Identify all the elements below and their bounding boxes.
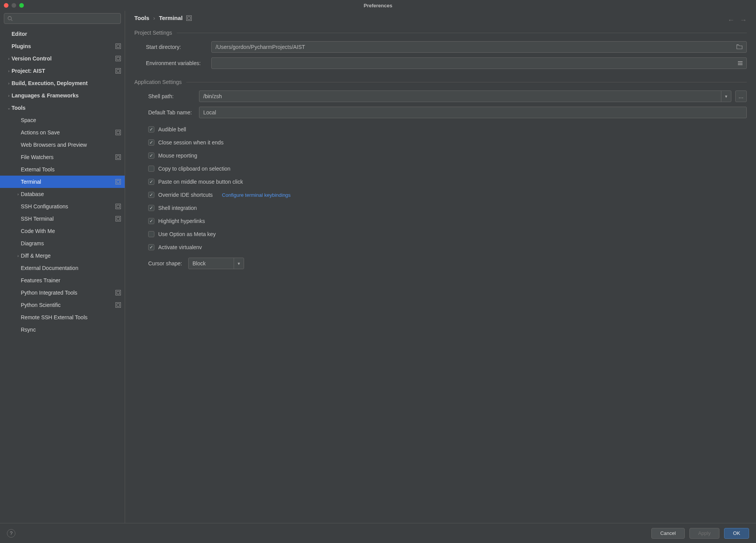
sidebar-item-label: SSH Terminal xyxy=(21,216,113,222)
sidebar-item-version-control[interactable]: ›Version Control xyxy=(0,52,125,65)
chevron-right-icon: › xyxy=(153,15,155,21)
settings-tree[interactable]: EditorPlugins›Version Control›Project: A… xyxy=(0,26,125,523)
sidebar-item-label: Languages & Frameworks xyxy=(12,92,121,99)
sidebar-item-actions-on-save[interactable]: Actions on Save xyxy=(0,126,125,139)
sidebar-item-label: Editor xyxy=(12,31,121,37)
sidebar-item-project-aist[interactable]: ›Project: AIST xyxy=(0,65,125,77)
sidebar-item-tools[interactable]: ⌄Tools xyxy=(0,102,125,114)
checkbox-label: Shell integration xyxy=(158,205,197,211)
cursor-shape-select[interactable]: Block ▼ xyxy=(188,258,244,269)
sidebar-item-rsync[interactable]: Rsync xyxy=(0,323,125,336)
sidebar-item-code-with-me[interactable]: Code With Me xyxy=(0,225,125,237)
sidebar-item-label: Plugins xyxy=(12,43,113,49)
sidebar-item-label: Terminal xyxy=(21,179,113,185)
sidebar-item-ssh-configurations[interactable]: SSH Configurations xyxy=(0,200,125,213)
search-icon xyxy=(7,16,13,21)
checkbox[interactable] xyxy=(148,192,154,198)
ok-button[interactable]: OK xyxy=(724,528,749,539)
chevron-icon: › xyxy=(6,94,12,98)
sidebar-item-label: Web Browsers and Preview xyxy=(21,142,121,148)
env-vars-label: Environment variables: xyxy=(134,60,211,66)
sidebar-item-label: SSH Configurations xyxy=(21,203,113,209)
breadcrumb-parent: Tools xyxy=(134,15,149,21)
checkbox[interactable] xyxy=(148,139,154,146)
option-mouse-reporting: Mouse reporting xyxy=(134,149,747,162)
project-scope-icon xyxy=(115,179,121,184)
chevron-icon: › xyxy=(15,254,21,258)
option-paste-on-middle-mouse-button-click: Paste on middle mouse button click xyxy=(134,175,747,188)
forward-button[interactable]: → xyxy=(740,16,747,24)
sidebar-item-label: Diagrams xyxy=(21,240,121,246)
start-directory-label: Start directory: xyxy=(134,44,211,50)
sidebar-item-plugins[interactable]: Plugins xyxy=(0,40,125,52)
sidebar-item-editor[interactable]: Editor xyxy=(0,28,125,40)
divider xyxy=(186,82,747,82)
project-scope-icon xyxy=(115,154,121,160)
checkbox-label: Activate virtualenv xyxy=(158,244,202,250)
sidebar-item-label: Features Trainer xyxy=(21,277,121,283)
option-use-option-as-meta-key: Use Option as Meta key xyxy=(134,228,747,241)
sidebar-item-remote-ssh-external-tools[interactable]: Remote SSH External Tools xyxy=(0,311,125,323)
env-vars-input[interactable] xyxy=(211,57,747,69)
sidebar-item-label: Rsync xyxy=(21,327,121,333)
configure-keybindings-link[interactable]: Configure terminal keybindings xyxy=(222,192,291,198)
search-input[interactable] xyxy=(4,13,121,24)
sidebar-item-external-documentation[interactable]: External Documentation xyxy=(0,262,125,274)
sidebar-item-label: Diff & Merge xyxy=(21,253,121,259)
option-highlight-hyperlinks: Highlight hyperlinks xyxy=(134,215,747,228)
sidebar-item-languages-frameworks[interactable]: ›Languages & Frameworks xyxy=(0,89,125,102)
cancel-button[interactable]: Cancel xyxy=(651,528,684,539)
main-panel: ← → Tools › Terminal Project Settings St… xyxy=(125,11,756,523)
project-scope-icon xyxy=(115,302,121,308)
checkbox[interactable] xyxy=(148,231,154,237)
folder-icon[interactable] xyxy=(736,44,743,50)
checkbox[interactable] xyxy=(148,218,154,224)
sidebar-item-build-execution-deployment[interactable]: ›Build, Execution, Deployment xyxy=(0,77,125,89)
checkbox[interactable] xyxy=(148,205,154,211)
shell-path-select[interactable]: /bin/zsh ▼ xyxy=(199,90,731,102)
shell-path-browse-button[interactable]: … xyxy=(735,90,747,102)
checkbox[interactable] xyxy=(148,166,154,172)
option-override-ide-shortcuts: Override IDE shortcutsConfigure terminal… xyxy=(134,188,747,201)
shell-path-label: Shell path: xyxy=(134,93,199,99)
section-app-settings: Application Settings xyxy=(134,79,182,85)
checkbox-label: Audible bell xyxy=(158,126,186,132)
checkbox[interactable] xyxy=(148,179,154,185)
sidebar-item-file-watchers[interactable]: File Watchers xyxy=(0,151,125,163)
sidebar-item-label: Project: AIST xyxy=(12,68,113,74)
apply-button[interactable]: Apply xyxy=(689,528,720,539)
sidebar-item-external-tools[interactable]: External Tools xyxy=(0,163,125,176)
sidebar-item-python-integrated-tools[interactable]: Python Integrated Tools xyxy=(0,287,125,299)
sidebar-item-label: Build, Execution, Deployment xyxy=(12,80,121,86)
help-button[interactable]: ? xyxy=(7,529,15,538)
project-scope-icon xyxy=(115,216,121,221)
back-button[interactable]: ← xyxy=(728,16,734,24)
sidebar-item-database[interactable]: ›Database xyxy=(0,188,125,200)
checkbox-label: Mouse reporting xyxy=(158,153,197,159)
breadcrumb: Tools › Terminal xyxy=(134,15,747,21)
project-scope-icon xyxy=(115,68,121,74)
checkbox-label: Close session when it ends xyxy=(158,139,224,146)
sidebar-item-diagrams[interactable]: Diagrams xyxy=(0,237,125,250)
sidebar-item-features-trainer[interactable]: Features Trainer xyxy=(0,274,125,287)
checkbox[interactable] xyxy=(148,153,154,159)
default-tab-name-input[interactable]: Local xyxy=(199,107,747,118)
sidebar-item-ssh-terminal[interactable]: SSH Terminal xyxy=(0,213,125,225)
footer: ? Cancel Apply OK xyxy=(0,523,756,543)
sidebar-item-space[interactable]: Space xyxy=(0,114,125,126)
sidebar-item-diff-merge[interactable]: ›Diff & Merge xyxy=(0,250,125,262)
sidebar-item-python-scientific[interactable]: Python Scientific xyxy=(0,299,125,311)
start-directory-input[interactable]: /Users/gordon/PycharmProjects/AIST xyxy=(211,41,747,53)
sidebar-item-label: Tools xyxy=(12,105,121,111)
checkbox[interactable] xyxy=(148,126,154,132)
checkbox-label: Paste on middle mouse button click xyxy=(158,179,243,185)
breadcrumb-current: Terminal xyxy=(159,15,182,21)
option-close-session-when-it-ends: Close session when it ends xyxy=(134,136,747,149)
sidebar-item-terminal[interactable]: Terminal xyxy=(0,176,125,188)
default-tab-name-label: Default Tab name: xyxy=(134,109,199,116)
checkbox[interactable] xyxy=(148,244,154,250)
project-scope-icon xyxy=(115,44,121,49)
list-icon[interactable] xyxy=(738,61,743,65)
sidebar-item-label: External Documentation xyxy=(21,265,121,271)
sidebar-item-web-browsers-and-preview[interactable]: Web Browsers and Preview xyxy=(0,139,125,151)
